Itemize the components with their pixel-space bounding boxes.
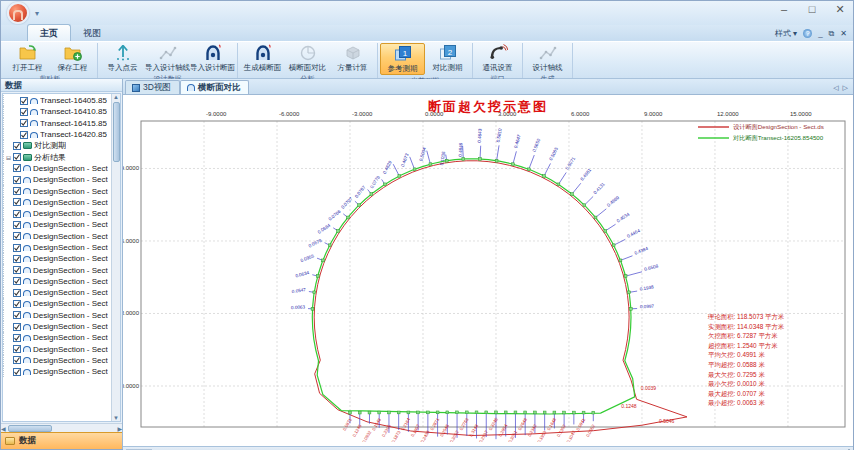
ribbon-button-横断面对比[interactable]: 横断面对比 [285,43,330,73]
ribbon-button-导入设计断面[interactable]: 导入设计断面 [190,43,235,73]
minimize-button[interactable]: – [777,3,791,16]
ribbon-restore-button[interactable]: ⧉ [829,29,835,39]
app-orb-button[interactable] [7,2,29,24]
checkbox-icon[interactable] [13,277,21,285]
tree-expander-icon[interactable]: ⊟ [6,154,13,161]
ribbon-button-对比测期[interactable]: 2对比测期 [425,43,470,75]
tree-item-DesignSection - Sect[interactable]: DesignSection - Sect [3,163,111,174]
ribbon-button-保存工程[interactable]: 保存工程 [50,43,95,73]
tree-item-DesignSection - Sect[interactable]: DesignSection - Sect [3,174,111,185]
ribbon-tab-home[interactable]: 主页 [27,24,71,41]
measurement-point-marker [628,291,631,294]
tree-item-DesignSection - Sect[interactable]: DesignSection - Sect [3,310,111,321]
deviation-value-label: 0.4646 [458,142,464,157]
close-button[interactable]: ✕ [833,3,847,16]
tree-item-DesignSection - Sect[interactable]: DesignSection - Sect [3,185,111,196]
checkbox-icon[interactable] [13,311,21,319]
deviation-tick [620,256,632,261]
checkbox-icon[interactable] [13,142,21,150]
tree-item-DesignSection - Sect[interactable]: DesignSection - Sect [3,264,111,275]
tree-item-Transect-16410.85[interactable]: Transect-16410.85 [3,106,111,117]
checkbox-icon[interactable] [13,345,21,353]
tree-vscroll-thumb[interactable] [113,102,120,162]
checkbox-icon[interactable] [20,131,28,139]
checkbox-icon[interactable] [13,334,21,342]
tree-item-Transect-16415.85[interactable]: Transect-16415.85 [3,118,111,129]
checkbox-icon[interactable] [13,176,21,184]
checkbox-icon[interactable] [13,289,21,297]
checkbox-icon[interactable] [13,187,21,195]
tree-item-DesignSection - Sect[interactable]: DesignSection - Sect [3,197,111,208]
tree-item-DesignSection - Sect[interactable]: DesignSection - Sect [3,242,111,253]
checkbox-icon[interactable] [13,210,21,218]
tree-item-DesignSection - Sect[interactable]: DesignSection - Sect [3,298,111,309]
tree-item-DesignSection - Sect[interactable]: DesignSection - Sect [3,321,111,332]
style-menu-button[interactable]: 样式 ▾ [775,28,797,39]
x-axis-tick-label: -6.0000 [279,111,300,117]
measurement-point-marker [557,183,560,186]
ribbon-button-label: 生成横断面 [244,63,282,73]
checkbox-icon[interactable] [13,164,21,172]
ribbon-button-通讯设置[interactable]: 通讯设置 [475,43,520,73]
tree-item-DesignSection - Sect[interactable]: DesignSection - Sect [3,355,111,366]
tree-item-label: DesignSection - Sect [33,220,108,229]
ribbon-button-生成横断面[interactable]: 生成横断面 [240,43,285,73]
folder-icon [5,437,15,445]
checkbox-icon[interactable] [13,198,21,206]
ribbon-minimize-button[interactable]: _ [818,29,822,38]
checkbox-icon[interactable] [13,300,21,308]
tree-item-DesignSection - Sect[interactable]: DesignSection - Sect [3,366,111,377]
checkbox-icon[interactable] [13,221,21,229]
ribbon-button-导入点云[interactable]: 导入点云 [100,43,145,73]
ribbon-button-参考测期[interactable]: 1参考测期 [380,43,425,75]
scroll-up-icon[interactable]: ▲ [113,94,119,100]
tab-section-compare[interactable]: 横断面对比 [180,80,250,94]
stats-line: 平均超挖: 0.0588 米 [708,361,765,369]
checkbox-icon[interactable] [13,323,21,331]
checkbox-icon[interactable] [13,368,21,376]
data-panel-bottom-tab[interactable]: 数据 [1,432,122,449]
tree-item-Transect-16405.85[interactable]: Transect-16405.85 [3,95,111,106]
checkbox-icon[interactable] [13,266,21,274]
tree-hscroll-thumb[interactable] [8,425,52,432]
scroll-right-icon[interactable]: ▶ [117,425,122,432]
tree-item-对比测期[interactable]: 对比测期 [3,140,111,151]
ribbon-button-设计轴线[interactable]: 设计轴线 [525,43,570,73]
tree-item-DesignSection - Sect[interactable]: DesignSection - Sect [3,332,111,343]
ribbon-button-方量计算[interactable]: 方量计算 [330,43,375,73]
checkbox-icon[interactable] [13,232,21,240]
tree-item-DesignSection - Sect[interactable]: DesignSection - Sect [3,253,111,264]
ribbon-button-label: 参考测期 [388,64,418,74]
measurement-point-marker [504,411,507,414]
checkbox-icon[interactable] [13,356,21,364]
tree-item-DesignSection - Sect[interactable]: DesignSection - Sect [3,219,111,230]
checkbox-icon[interactable] [20,108,28,116]
ribbon-button-导入设计轴线[interactable]: 导入设计轴线 [145,43,190,73]
help-icon[interactable]: ? [803,29,812,38]
tree-horizontal-scrollbar[interactable]: ◀ ▶ [1,423,122,432]
maximize-button[interactable]: □ [805,3,819,16]
quick-access-caret-icon[interactable]: ▾ [35,9,39,18]
tree-item-DesignSection - Sect[interactable]: DesignSection - Sect [3,344,111,355]
tree-item-DesignSection - Sect[interactable]: DesignSection - Sect [3,208,111,219]
tunnel-section-icon [30,132,38,138]
ribbon-tab-view[interactable]: 视图 [71,25,113,41]
scroll-left-icon[interactable]: ◀ [1,425,6,432]
tree-item-分析结果[interactable]: ⊟分析结果 [3,151,111,162]
tree-item-label: DesignSection - Sect [33,322,108,331]
tree-item-DesignSection - Sect[interactable]: DesignSection - Sect [3,276,111,287]
checkbox-icon[interactable] [20,97,28,105]
ribbon-button-打开工程[interactable]: 打开工程 [5,43,50,73]
checkbox-icon[interactable] [20,119,28,127]
checkbox-icon[interactable] [13,244,21,252]
ribbon-close-button[interactable]: ✕ [840,29,847,38]
tree-item-Transect-16420.85[interactable]: Transect-16420.85 [3,129,111,140]
tree-vertical-scrollbar[interactable]: ▲ ▼ [111,94,120,421]
tab-3d-view[interactable]: 3D视图 [125,80,180,94]
tree-item-DesignSection - Sect[interactable]: DesignSection - Sect [3,231,111,242]
checkbox-icon[interactable] [13,255,21,263]
checkbox-icon[interactable] [13,153,21,161]
tab-nav-arrows-icon[interactable]: ◁ ▷ [833,84,849,92]
tree-item-DesignSection - Sect[interactable]: DesignSection - Sect [3,287,111,298]
scroll-down-icon[interactable]: ▼ [113,415,119,421]
